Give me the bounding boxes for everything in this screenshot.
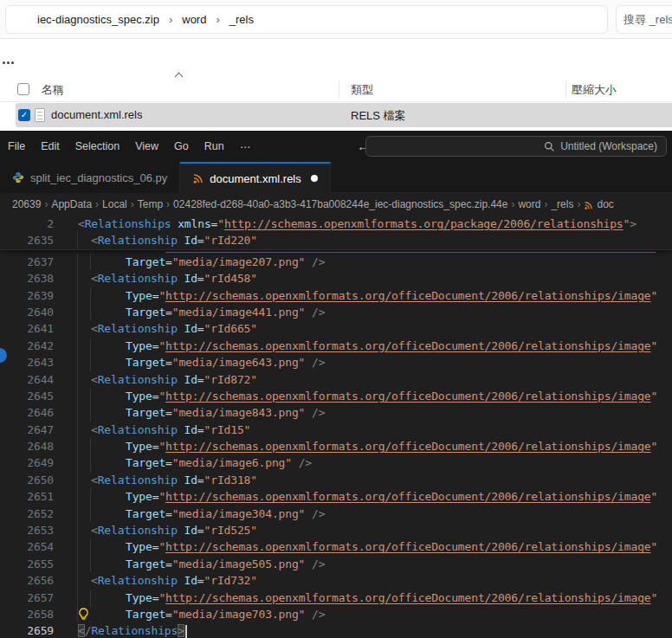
code-line[interactable]: 2641<Relationship Id="rId665": [0, 320, 672, 337]
code-text[interactable]: Type="http://schemas.openxmlformats.org/…: [54, 538, 657, 555]
code-line[interactable]: 2645Type="http://schemas.openxmlformats.…: [0, 388, 672, 404]
code-line[interactable]: 2653<Relationship Id="rId525": [0, 522, 672, 538]
see-more-icon[interactable]: [3, 61, 14, 64]
line-number[interactable]: 2642: [0, 338, 54, 354]
code-line[interactable]: 2644<Relationship Id="rId872": [0, 371, 672, 388]
code-line[interactable]: 2647<Relationship Id="rId15": [0, 422, 672, 438]
code-text[interactable]: <Relationships xmlns="http://schemas.ope…: [54, 216, 636, 232]
breadcrumb-item[interactable]: 02428fed-d268-40a0-a3b3-417ba008244e_iec…: [173, 198, 507, 210]
line-number[interactable]: 2649: [0, 454, 54, 471]
menu-item-selection[interactable]: Selection: [68, 136, 127, 158]
code-line[interactable]: 2637Target="media/image207.png" />: [0, 254, 672, 270]
line-number[interactable]: 2: [0, 216, 54, 232]
code-line[interactable]: 2635<Relationship Id="rId220": [0, 232, 672, 248]
line-number[interactable]: 2638: [0, 270, 54, 287]
code-line[interactable]: 2652Target="media/image304.png" />: [0, 506, 672, 522]
code-text[interactable]: Type="http://schemas.openxmlformats.org/…: [54, 338, 657, 354]
line-number[interactable]: 2648: [0, 438, 54, 454]
code-text[interactable]: <Relationship Id="rId318": [54, 472, 257, 488]
breadcrumb-item[interactable]: Temp: [138, 198, 163, 210]
line-number[interactable]: 2644: [0, 371, 54, 388]
code-line[interactable]: 2656<Relationship Id="rId732": [0, 572, 672, 589]
code-line[interactable]: 2654Type="http://schemas.openxmlformats.…: [0, 538, 672, 555]
line-number[interactable]: 2641: [0, 320, 54, 337]
code-text[interactable]: <Relationship Id="rId15": [54, 422, 250, 438]
code-line[interactable]: 2639Type="http://schemas.openxmlformats.…: [0, 287, 672, 304]
row-checkbox-checked[interactable]: ✓: [18, 109, 30, 121]
code-text[interactable]: Target="media/image207.png" />: [54, 254, 325, 270]
line-number[interactable]: 2655: [0, 556, 54, 572]
line-number[interactable]: 2640: [0, 304, 54, 320]
menu-item-run[interactable]: Run: [197, 136, 232, 158]
code-line[interactable]: 2648Type="http://schemas.openxmlformats.…: [0, 438, 672, 454]
line-number[interactable]: 2656: [0, 572, 54, 589]
code-text[interactable]: <Relationship Id="rId872": [54, 371, 257, 388]
breadcrumb-item[interactable]: 20639: [12, 198, 41, 210]
line-number[interactable]: 2639: [0, 287, 54, 304]
code-line[interactable]: 2640Target="media/image441.png" />: [0, 304, 672, 320]
editor-pane[interactable]: 2<Relationships xmlns="http://schemas.op…: [0, 216, 672, 638]
code-line[interactable]: 2650<Relationship Id="rId318": [0, 472, 672, 488]
tab-split-iec-diagnostics-06-py[interactable]: split_iec_diagnostics_06.py: [0, 162, 180, 193]
code-text[interactable]: Target="media/image643.png" />: [54, 354, 325, 371]
file-name[interactable]: document.xml.rels: [51, 108, 142, 121]
code-text[interactable]: Target="media/image441.png" />: [54, 304, 325, 320]
code-text[interactable]: Type="http://schemas.openxmlformats.org/…: [54, 388, 657, 404]
address-bar[interactable]: iec-diagnostics_spec.zip›word›_rels: [5, 5, 608, 34]
code-text[interactable]: </Relationships>: [54, 622, 187, 638]
select-all-checkbox[interactable]: [17, 83, 29, 95]
column-divider[interactable]: [339, 81, 339, 98]
code-line[interactable]: 2655Target="media/image505.png" />: [0, 556, 672, 572]
code-area[interactable]: 2637Target="media/image207.png" />2638<R…: [0, 254, 672, 638]
breadcrumb-item[interactable]: AppData: [51, 198, 92, 210]
code-line[interactable]: 2<Relationships xmlns="http://schemas.op…: [0, 216, 672, 232]
code-line[interactable]: 2642Type="http://schemas.openxmlformats.…: [0, 338, 672, 354]
line-number[interactable]: 2654: [0, 538, 54, 555]
menu-item-file[interactable]: File: [0, 136, 33, 158]
column-header-name[interactable]: 名稱: [42, 82, 64, 98]
modified-dot-icon[interactable]: [311, 175, 318, 182]
column-header-type[interactable]: 類型: [351, 82, 373, 98]
breadcrumb-item[interactable]: doc: [597, 198, 613, 210]
line-number[interactable]: 2657: [0, 590, 54, 606]
code-text[interactable]: <Relationship Id="rId665": [54, 320, 257, 337]
address-breadcrumb-item[interactable]: word: [180, 10, 208, 29]
explorer-search-input[interactable]: 搜尋 _rels: [616, 5, 672, 34]
address-breadcrumb-item[interactable]: iec-diagnostics_spec.zip: [36, 10, 161, 29]
menu-item-⋯[interactable]: ⋯: [232, 136, 259, 158]
line-number[interactable]: 2643: [0, 354, 54, 371]
breadcrumb-item[interactable]: word: [518, 198, 540, 210]
code-line[interactable]: 2649Target="media/image6.png" />: [0, 454, 672, 471]
line-number[interactable]: 2647: [0, 422, 54, 438]
code-text[interactable]: Target="media/image6.png" />: [54, 454, 312, 471]
code-text[interactable]: Type="http://schemas.openxmlformats.org/…: [54, 590, 657, 606]
line-number[interactable]: 2651: [0, 488, 54, 505]
menu-item-view[interactable]: View: [127, 136, 166, 158]
line-number[interactable]: 2637: [0, 254, 54, 270]
breadcrumb-item[interactable]: _rels: [551, 198, 573, 210]
menu-item-go[interactable]: Go: [166, 136, 197, 158]
column-header-size[interactable]: 壓縮大小: [572, 82, 617, 98]
code-line[interactable]: 2658Target="media/image703.png" />: [0, 606, 672, 622]
code-text[interactable]: Target="media/image505.png" />: [54, 556, 325, 572]
breadcrumb-item[interactable]: Local: [102, 198, 127, 210]
code-text[interactable]: Type="http://schemas.openxmlformats.org/…: [54, 287, 657, 304]
line-number[interactable]: 2650: [0, 472, 54, 488]
code-text[interactable]: Target="media/image703.png" />: [54, 606, 325, 622]
code-text[interactable]: <Relationship Id="rId220": [54, 232, 257, 248]
line-number[interactable]: 2659: [0, 622, 54, 638]
code-text[interactable]: Target="media/image304.png" />: [54, 506, 325, 522]
code-line[interactable]: 2657Type="http://schemas.openxmlformats.…: [0, 590, 672, 606]
code-text[interactable]: Type="http://schemas.openxmlformats.org/…: [54, 438, 657, 454]
code-text[interactable]: <Relationship Id="rId525": [54, 522, 257, 538]
code-line[interactable]: 2643Target="media/image643.png" />: [0, 354, 672, 371]
line-number[interactable]: 2652: [0, 506, 54, 522]
line-number[interactable]: 2658: [0, 606, 54, 622]
code-text[interactable]: <Relationship Id="rId732": [54, 572, 257, 589]
code-text[interactable]: Target="media/image843.png" />: [54, 404, 325, 421]
line-number[interactable]: 2635: [0, 232, 54, 248]
line-number[interactable]: 2645: [0, 388, 54, 404]
sticky-scroll[interactable]: 2<Relationships xmlns="http://schemas.op…: [0, 216, 672, 250]
code-line[interactable]: 2659</Relationships>: [0, 622, 672, 638]
address-breadcrumb-item[interactable]: _rels: [228, 10, 255, 29]
